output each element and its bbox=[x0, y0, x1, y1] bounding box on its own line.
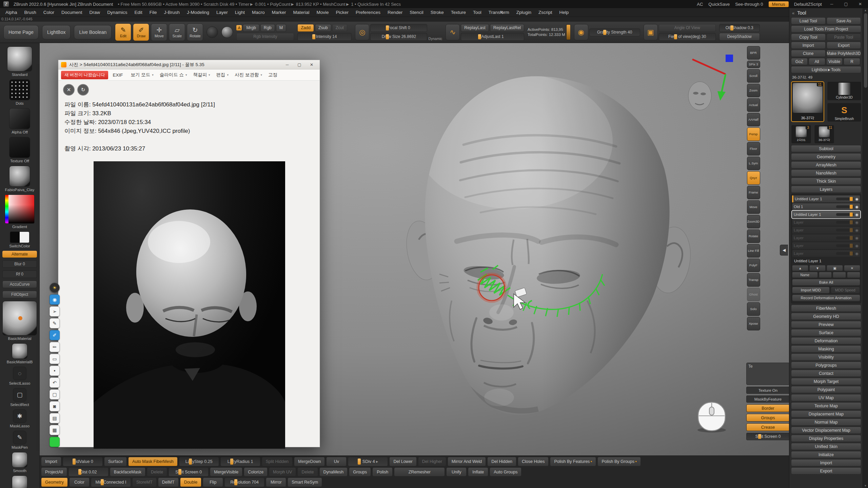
bottom-tray-button[interactable]: Unify bbox=[446, 467, 467, 477]
bottom-tray-button[interactable]: LazyStep 0.25 bbox=[179, 457, 219, 466]
menu-item[interactable]: Stencil bbox=[406, 9, 427, 16]
tool-action-button[interactable]: R bbox=[844, 58, 860, 65]
live-boolean-button[interactable]: Live Boolean bbox=[74, 25, 112, 39]
gravity-strength-slider[interactable]: Gravity Strength 40 bbox=[589, 28, 640, 36]
bottom-tray-button[interactable]: ZRemesher bbox=[394, 467, 445, 477]
texture-on-button[interactable]: Texture On bbox=[746, 387, 790, 394]
tool-action-button[interactable]: Copy Tool bbox=[791, 34, 826, 41]
bottom-tray-button[interactable]: Smart ReSym bbox=[288, 477, 322, 487]
recent-tool[interactable]: 3 2각31 bbox=[791, 125, 811, 144]
scrollbar-thumb[interactable] bbox=[864, 13, 867, 88]
tray-item-thumbnail[interactable]: ▢ bbox=[13, 388, 26, 402]
border-button[interactable]: Border bbox=[746, 404, 790, 412]
tray-item[interactable]: Gradient bbox=[5, 195, 35, 229]
layer-name-field[interactable]: Untitled Layer 1 bbox=[792, 258, 860, 264]
tool-section-header[interactable]: Vector Displacement Map bbox=[791, 427, 861, 434]
bottom-tray-button[interactable]: Delete bbox=[297, 467, 318, 477]
bottom-tray-button[interactable]: Del Higher bbox=[418, 457, 446, 466]
right-shelf-button[interactable]: Ghost bbox=[747, 288, 760, 301]
bottom-tray-button[interactable]: BackfaceMask bbox=[110, 467, 145, 477]
tool-action-button[interactable]: Clone bbox=[791, 50, 826, 57]
tray-item[interactable]: Dots bbox=[9, 79, 30, 105]
right-shelf-button[interactable]: L.Sym bbox=[747, 157, 760, 170]
mode-button[interactable]: ✐ Draw bbox=[133, 23, 149, 41]
annotation-tool-button[interactable]: ▤ bbox=[50, 413, 60, 423]
tool-section-header[interactable]: Unified Skin bbox=[791, 443, 861, 450]
tray-item-thumbnail[interactable] bbox=[12, 475, 27, 488]
tool-section-header[interactable]: Masking bbox=[791, 345, 861, 352]
bottom-tray-button[interactable]: Uv bbox=[326, 457, 347, 466]
right-shelf-button[interactable]: Xpose bbox=[747, 317, 760, 330]
photo-menu-item[interactable]: 편집▾ bbox=[213, 70, 232, 79]
menu-item[interactable]: Marker bbox=[269, 9, 290, 16]
tool-action-button[interactable]: Load Tools From Project bbox=[791, 25, 861, 33]
photo-image[interactable] bbox=[94, 161, 285, 449]
bottom-tray-button[interactable]: Import bbox=[41, 457, 61, 466]
tray-item[interactable]: AccuCurve bbox=[2, 281, 37, 288]
photo-menu-item[interactable]: 보기 모드▾ bbox=[127, 70, 156, 79]
right-shelf-button[interactable]: Solo bbox=[747, 302, 760, 316]
annotation-tool-button[interactable]: ✎ bbox=[50, 318, 60, 328]
right-shelf-button[interactable]: AAHalf bbox=[747, 113, 760, 126]
layer-intensity-slider[interactable] bbox=[836, 221, 854, 224]
home-page-button[interactable]: Home Page bbox=[3, 25, 39, 39]
replay-last-rel-button[interactable]: ReplayLastRel bbox=[490, 24, 524, 32]
tool-section-header[interactable]: Normal Map bbox=[791, 419, 861, 426]
adjust-last-slider[interactable]: AdjustLast 1 bbox=[461, 33, 524, 41]
menu-item[interactable]: Layer bbox=[213, 9, 231, 16]
photo-maximize-button[interactable]: ▢ bbox=[294, 61, 305, 68]
tool-section-header[interactable]: Polypaint bbox=[791, 386, 861, 393]
layer-intensity-slider[interactable] bbox=[836, 213, 854, 216]
tray-item[interactable]: SmoothValleys bbox=[7, 475, 33, 488]
mode-button[interactable]: ✎ Edit bbox=[115, 23, 131, 41]
tray-item-thumbnail[interactable] bbox=[7, 46, 32, 72]
annotation-tool-button[interactable]: ▦ bbox=[50, 425, 60, 435]
quicksave-button[interactable]: QuickSave bbox=[708, 2, 730, 7]
menubar-collapse-icon[interactable]: ◀ bbox=[500, 10, 502, 14]
tool-section-header[interactable]: Preview bbox=[791, 321, 861, 328]
layer-intensity-slider[interactable] bbox=[836, 252, 854, 255]
bottom-tray-button[interactable]: Delete bbox=[147, 467, 167, 477]
bottom-tray-button[interactable]: Groups bbox=[349, 467, 371, 477]
bottom-tray-button[interactable]: Inflate bbox=[468, 467, 488, 477]
tool-panel-scrollbar[interactable]: ▲ ▼ bbox=[863, 8, 868, 488]
right-shelf-button[interactable]: Floor bbox=[747, 142, 760, 156]
menu-item[interactable]: Dynamics bbox=[104, 9, 131, 16]
bottom-tray-button[interactable]: DelMT bbox=[158, 477, 179, 487]
bottom-tray-button[interactable]: Mirror bbox=[266, 477, 286, 487]
window-close-button[interactable]: ✕ bbox=[856, 2, 865, 6]
bottom-tray-button[interactable]: ProjectAll bbox=[41, 467, 67, 477]
bottom-tray-button[interactable]: Colorize bbox=[244, 467, 268, 477]
tray-item-thumbnail[interactable] bbox=[9, 166, 30, 187]
annotation-tool-button[interactable]: ◙ bbox=[50, 401, 60, 411]
window-maximize-button[interactable]: ▢ bbox=[842, 2, 850, 6]
menus-button[interactable]: Menus bbox=[769, 1, 789, 7]
right-shelf-button[interactable]: Move bbox=[747, 200, 760, 214]
layer-option-button[interactable] bbox=[833, 272, 846, 278]
focal-shift-slider[interactable]: Focal Shift 0 bbox=[370, 24, 427, 32]
tool-section-header[interactable]: Subtool bbox=[791, 145, 861, 152]
tray-item-thumbnail[interactable] bbox=[9, 108, 30, 129]
tool-action-button[interactable]: Make PolyMesh3D bbox=[827, 50, 861, 57]
layer-visibility-icon[interactable]: ◉ bbox=[855, 228, 859, 232]
tray-item[interactable]: BasicMaterial bbox=[2, 301, 37, 341]
tray-item[interactable]: ▢ SelectRect bbox=[10, 388, 29, 407]
tool-section-header[interactable]: Morph Target bbox=[791, 378, 861, 385]
honeyview-window[interactable]: 사진 > 54efd410400131a6e24ab6f068af04ed.jp… bbox=[58, 60, 320, 447]
layer-duplicate-button[interactable]: ▣ bbox=[827, 265, 843, 271]
tray-item[interactable]: FabioPaiva_Clay bbox=[5, 166, 35, 192]
bottom-tray-button[interactable]: Polish By Groups bbox=[597, 457, 641, 466]
tool-action-button[interactable]: Import bbox=[791, 42, 826, 49]
tray-item[interactable]: FillObject bbox=[2, 291, 37, 298]
tool-section-header[interactable]: ArrayMesh bbox=[791, 161, 861, 168]
layer-row[interactable]: Untitled Layer 1 ◉ bbox=[792, 211, 860, 218]
simplebrush-tool[interactable]: S SimpleBrush bbox=[827, 103, 862, 122]
tray-divider-arrow[interactable]: ◀ bbox=[780, 245, 788, 256]
menu-item[interactable]: J-Modeling bbox=[183, 9, 213, 16]
mask-by-feature-button[interactable]: MaskByFeature bbox=[746, 395, 790, 403]
bottom-tray-button[interactable]: Auto Groups bbox=[490, 467, 521, 477]
m-button[interactable]: M bbox=[276, 24, 286, 32]
menu-item[interactable]: Light bbox=[232, 9, 248, 16]
tool-action-button[interactable]: Paste Tool bbox=[827, 34, 861, 41]
tray-item[interactable]: Alpha Off bbox=[9, 108, 30, 134]
